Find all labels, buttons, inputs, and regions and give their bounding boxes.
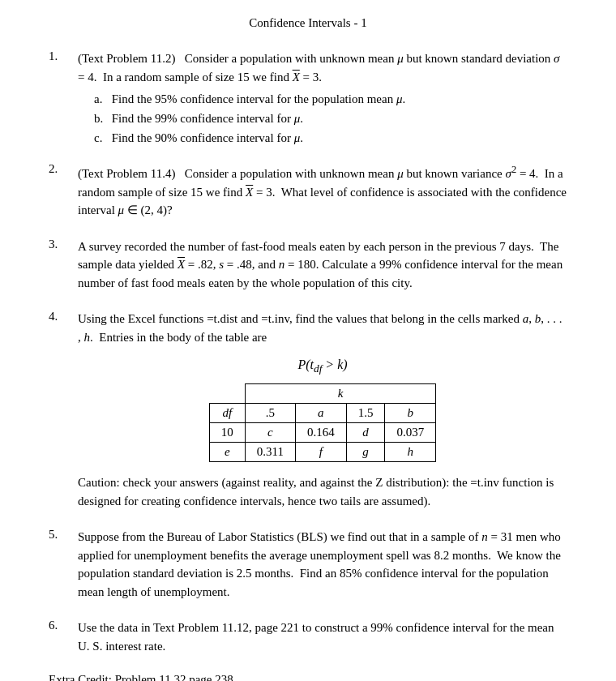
problem-content-4: Using the Excel functions =t.dist and =t…	[78, 310, 567, 513]
problem-content-5: Suppose from the Bureau of Labor Statist…	[78, 528, 567, 604]
problem-number-2: 2.	[49, 162, 78, 223]
problem-6-text: Use the data in Text Problem 11.12, page…	[78, 619, 567, 655]
problem-number-6: 6.	[49, 619, 78, 658]
problem-5: 5. Suppose from the Bureau of Labor Stat…	[49, 528, 567, 604]
problem-1-subitems: a. Find the 95% confidence interval for …	[94, 89, 567, 148]
problem-number-1: 1.	[49, 49, 78, 148]
cell-empty-top	[209, 384, 245, 404]
cell-05-header: .5	[245, 404, 295, 423]
cell-e: e	[209, 443, 245, 462]
page-title: Confidence Intervals - 1	[49, 16, 567, 30]
table-row-header: df .5 a 1.5 b	[209, 404, 435, 423]
cell-h: h	[385, 443, 436, 462]
problem-1-text: (Text Problem 11.2) Consider a populatio…	[78, 49, 567, 86]
cell-g: g	[346, 443, 385, 462]
cell-a-header: a	[295, 404, 346, 423]
prob-table-wrapper: k df .5 a 1.5 b 10 c 0.164 d 0.037	[78, 383, 567, 462]
problem-2: 2. (Text Problem 11.4) Consider a popula…	[49, 162, 567, 223]
cell-d: d	[346, 423, 385, 443]
cell-0037: 0.037	[385, 423, 436, 443]
cell-15-header: 1.5	[346, 404, 385, 423]
cell-f: f	[295, 443, 346, 462]
table-row-e: e 0.311 f g h	[209, 443, 435, 462]
problem-number-3: 3.	[49, 238, 78, 296]
problem-3: 3. A survey recorded the number of fast-…	[49, 238, 567, 296]
cell-0164: 0.164	[295, 423, 346, 443]
cell-c: c	[245, 423, 295, 443]
subitem-1c: c. Find the 90% confidence interval for …	[94, 128, 567, 148]
subitem-1b: b. Find the 99% confidence interval for …	[94, 109, 567, 128]
problem-6: 6. Use the data in Text Problem 11.12, p…	[49, 619, 567, 658]
cell-0311: 0.311	[245, 443, 295, 462]
subitem-1a: a. Find the 95% confidence interval for …	[94, 89, 567, 109]
extra-credit: Extra Credit: Problem 11.32 page 238.	[49, 673, 567, 681]
problem-4: 4. Using the Excel functions =t.dist and…	[49, 310, 567, 513]
prob-table: k df .5 a 1.5 b 10 c 0.164 d 0.037	[209, 383, 436, 462]
problem-content-3: A survey recorded the number of fast-foo…	[78, 238, 567, 296]
cell-b-header: b	[385, 404, 436, 423]
problem-content-2: (Text Problem 11.4) Consider a populatio…	[78, 162, 567, 223]
cell-10: 10	[209, 423, 245, 443]
problem-1: 1. (Text Problem 11.2) Consider a popula…	[49, 49, 567, 148]
table-row-10: 10 c 0.164 d 0.037	[209, 423, 435, 443]
problem-2-text: (Text Problem 11.4) Consider a populatio…	[78, 162, 567, 220]
table-row-k-header: k	[209, 384, 435, 404]
problem-content-1: (Text Problem 11.2) Consider a populatio…	[78, 49, 567, 148]
problem-number-4: 4.	[49, 310, 78, 513]
extra-credit-text: Extra Credit: Problem 11.32 page 238.	[49, 673, 567, 681]
cell-df-header: df	[209, 404, 245, 423]
problem-content-6: Use the data in Text Problem 11.12, page…	[78, 619, 567, 658]
caution-text: Caution: check your answers (against rea…	[78, 473, 567, 510]
problem-number-5: 5.	[49, 528, 78, 604]
problem-5-text: Suppose from the Bureau of Labor Statist…	[78, 528, 567, 601]
problem-4-text: Using the Excel functions =t.dist and =t…	[78, 310, 567, 346]
cell-k-header: k	[245, 384, 435, 404]
formula-display: P(tdf > k)	[78, 358, 567, 375]
problem-3-text: A survey recorded the number of fast-foo…	[78, 238, 567, 293]
